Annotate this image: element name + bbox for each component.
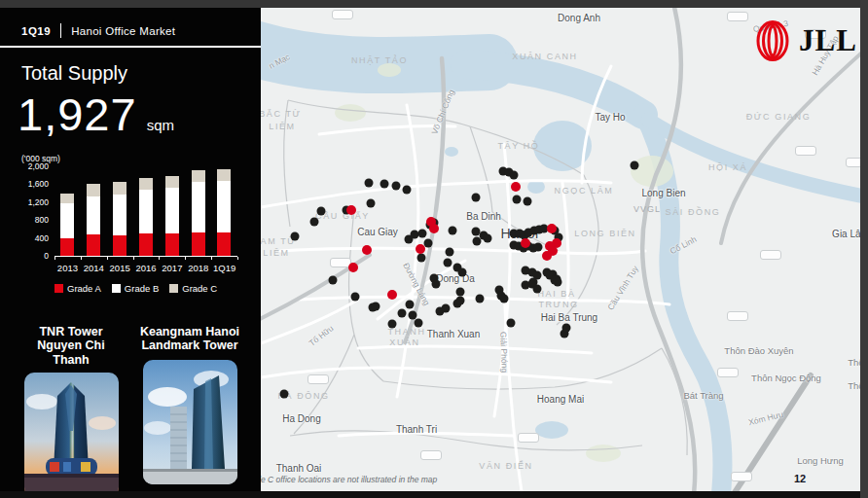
office-dot-black [554,278,562,287]
building-cards: TNR Tower Nguyen Chi Thanh [0,325,261,497]
bar-segment-grade-a [165,233,179,256]
quarter-label: 1Q19 [21,25,51,37]
chart-axis-ticks [54,257,237,260]
office-dot-black [418,230,427,238]
bar-segment-grade-c [113,182,127,195]
building-card-tnr: TNR Tower Nguyen Chi Thanh [19,325,123,497]
map-label-hamlet: Bát Tràng [683,390,723,401]
map-label-town: Cau Giay [357,227,398,237]
bar-segment-grade-b [217,181,231,232]
y-tick-label: 2,000 [28,162,49,171]
map-label-town: Hai Ba Trung [541,312,597,323]
office-dot-black [388,320,397,329]
office-dot-red [521,238,530,248]
office-dot-black [280,390,289,399]
bar-segment-grade-a [113,235,127,256]
map-label-hamlet: Thôn [848,357,860,368]
office-dot-red [348,263,358,272]
metric-label: Total Supply [21,62,127,85]
legend-item: Grade B [112,283,159,294]
jll-logo: JLL [751,19,857,62]
building-title: TNR Tower Nguyen Chi Thanh [19,325,123,367]
office-dot-black [291,232,300,241]
bar-segment-grade-b [87,196,100,234]
chart-body: 2,0001,6001,2008004000 [21,166,243,257]
office-dot-black [317,207,326,216]
x-tick-label: 1Q19 [211,263,237,273]
office-dot-black [372,302,380,311]
header-divider [60,23,61,38]
map-label-district: XUÂN CANH [512,52,577,61]
chart-unit-label: ('000 sqm) [21,154,243,163]
map-label-hamlet: Long Hưng [797,455,844,466]
map-label-small: VVGL [633,204,661,214]
panel-header: 1Q19 Hanoi Office Market [21,23,175,38]
bar-segment-grade-b [165,188,179,232]
office-dot-red [542,251,552,261]
office-dot-black [631,161,639,170]
legend-swatch [112,284,121,293]
office-dot-black [329,276,338,285]
axis-tick [211,257,212,260]
office-dot-black [424,239,433,248]
office-dot-red [429,224,439,233]
bar-column [60,194,74,256]
road-shield [731,472,752,481]
bar-column [139,178,153,256]
axis-tick [159,257,160,260]
office-dot-black [449,227,457,235]
road-shield [727,12,748,21]
metric-value: 1,927 [18,88,137,141]
office-dot-black [436,307,445,316]
map-label-town: Hoang Mai [537,394,584,405]
office-dot-black [351,293,360,302]
map-label-town: Ba Dinh [466,211,501,222]
office-dot-black [310,218,319,227]
office-dot-red [346,205,356,215]
office-dot-black [513,196,522,204]
y-tick-label: 1,600 [28,180,49,189]
office-dot-black [365,179,374,188]
header-rule [0,46,261,48]
x-tick-label: 2015 [107,263,133,273]
office-dot-red [416,244,425,254]
office-dot-black [415,319,423,328]
bar-segment-grade-a [192,232,205,256]
supply-chart: ('000 sqm) 2,0001,6001,2008004000 201320… [21,154,243,294]
slide: HanoiDong AnhTay HoBa DinhCau GiayDong D… [0,0,868,498]
bar-segment-grade-a [217,232,231,256]
jll-logo-mark [751,19,794,62]
report-panel: 1Q19 Hanoi Office Market Total Supply 1,… [0,8,261,491]
bar-segment-grade-c [217,169,231,181]
y-tick-label: 400 [35,234,49,243]
map-label-district: NHẬT TẢO [351,55,408,65]
bar-segment-grade-b [192,182,205,232]
bar-segment-grade-c [192,170,205,182]
office-dot-black [456,297,465,305]
map-label-town: Ha Dong [282,413,320,424]
office-dot-black [562,324,571,333]
bar-column [217,169,231,256]
map-label-hamlet: Thôn Đào Xuyên [724,345,793,356]
road-shield [795,146,816,156]
office-dot-black [484,234,492,243]
office-dot-black [403,186,412,195]
office-dot-black [510,171,519,180]
office-dot-black [534,243,543,252]
bar-column [192,170,205,256]
office-dot-black [524,197,532,206]
x-tick-label: 2014 [81,263,107,273]
page-number: 12 [794,473,806,484]
road-shield [727,311,748,321]
road-shield [846,158,860,167]
bar-segment-grade-c [87,184,100,196]
x-tick-label: 2013 [54,263,81,273]
office-dot-black [476,295,485,303]
axis-tick [54,257,55,260]
y-tick-label: 0 [44,252,49,261]
road-shield [332,10,353,19]
building-photo-keangnam [143,360,237,484]
map-label-district: VĂN ĐIỂN [479,461,532,471]
bar-column [165,176,179,256]
axis-tick [185,257,186,260]
